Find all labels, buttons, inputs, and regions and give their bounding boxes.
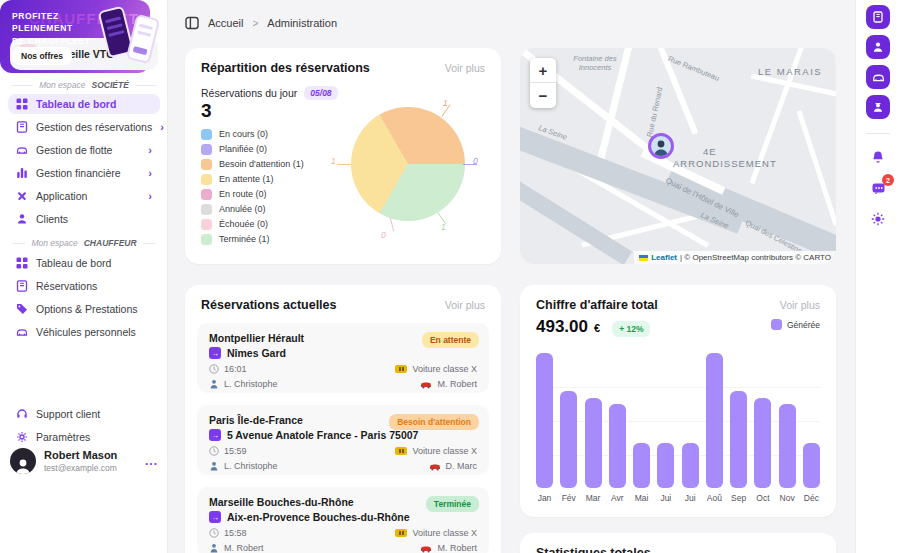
legend-item: En route (0) xyxy=(201,188,267,200)
reservation-destination: Aix-en-Provence Bouches-du-Rhône xyxy=(227,511,410,523)
bar[interactable] xyxy=(536,353,553,488)
reservation-item[interactable]: Montpellier Hérault En attente → Nîmes G… xyxy=(197,323,489,393)
promo-text: PROFITEZ PLEINEMENT DE CHAUFFLEET xyxy=(12,10,91,47)
sidebar-toggle-icon[interactable] xyxy=(185,16,199,30)
bar[interactable] xyxy=(682,353,699,488)
zoom-out-button[interactable]: − xyxy=(530,83,556,108)
quick-add-reservation-button[interactable] xyxy=(866,5,890,29)
pie-callout: 1 xyxy=(331,156,336,166)
bar[interactable] xyxy=(609,353,626,488)
see-more-link[interactable]: Voir plus xyxy=(445,299,485,311)
bar-month-label: Sep xyxy=(730,493,747,503)
user-icon xyxy=(872,41,884,53)
quick-add-client-button[interactable] xyxy=(866,35,890,59)
legend-item: En attente (1) xyxy=(201,173,274,185)
bar[interactable] xyxy=(633,353,650,488)
promo-offers-button[interactable]: Nos offres xyxy=(12,47,72,65)
sidebar-item-gestion-flotte[interactable]: Gestion de flotte › xyxy=(8,140,160,160)
notifications-bell-icon[interactable] xyxy=(866,145,890,169)
user-icon xyxy=(16,213,28,225)
tag-icon xyxy=(16,303,28,315)
chevron-right-icon: › xyxy=(160,121,164,133)
book-icon xyxy=(16,280,28,292)
reservation-time: 15:59 xyxy=(209,446,247,456)
reservation-vehicle: Voiture classe X xyxy=(395,446,477,456)
bar[interactable] xyxy=(730,353,747,488)
reservation-time: 16:01 xyxy=(209,364,247,374)
sidebar-item-chauffeur-tableau[interactable]: Tableau de bord xyxy=(8,253,160,273)
bar-legend: Générée xyxy=(771,319,820,330)
avatar xyxy=(10,448,36,474)
sidebar-item-application[interactable]: Application › xyxy=(8,186,160,206)
see-more-link[interactable]: Voir plus xyxy=(445,62,485,74)
chevron-right-icon: › xyxy=(148,190,152,202)
sidebar-item-chauffeur-reservations[interactable]: Réservations xyxy=(8,276,160,296)
bar[interactable] xyxy=(657,353,674,488)
user-profile[interactable]: Robert Mason test@example.com ... xyxy=(10,448,158,474)
red-car-icon xyxy=(420,380,432,389)
sidebar-item-gestion-financiere[interactable]: Gestion financière › xyxy=(8,163,160,183)
breadcrumb: Accueil > Administration xyxy=(185,16,337,30)
reservation-item[interactable]: Marseille Bouches-du-Rhône Terminée → Ai… xyxy=(197,487,489,553)
bar[interactable] xyxy=(706,353,723,488)
sidebar-item-gestion-reservations[interactable]: Gestion des réservations › xyxy=(8,117,160,137)
legend-item: Terminée (1) xyxy=(201,233,270,245)
sidebar-item-support-client[interactable]: Support client xyxy=(8,404,160,424)
section-label-chauffeur: Mon espace CHAUFFEUR xyxy=(0,238,168,248)
sidebar-item-tableau-de-bord[interactable]: Tableau de bord xyxy=(8,94,160,114)
breadcrumb-current: Administration xyxy=(267,17,337,29)
person-icon xyxy=(209,543,219,553)
bar[interactable] xyxy=(754,353,771,488)
legend-swatch xyxy=(201,234,212,245)
user-name: Robert Mason xyxy=(44,449,117,462)
sidebar-item-vehicules-personnels[interactable]: Véhicules personnels xyxy=(8,322,160,342)
reservation-count: 3 xyxy=(201,100,212,122)
legend-item: En cours (0) xyxy=(201,128,268,140)
leaflet-link[interactable]: Leaflet xyxy=(651,253,677,262)
breadcrumb-home[interactable]: Accueil xyxy=(208,17,243,29)
section-label-societe: Mon espace SOCIÉTÉ xyxy=(0,80,168,90)
bar-month-label: Fév xyxy=(560,493,577,503)
sidebar-item-clients[interactable]: Clients xyxy=(8,209,160,229)
bar[interactable] xyxy=(803,353,820,488)
bar-month-label: Mar xyxy=(585,493,602,503)
gear-icon xyxy=(16,431,28,443)
book-icon xyxy=(16,121,28,133)
user-menu-dots-icon[interactable]: ... xyxy=(145,454,158,468)
map-card[interactable]: Fontaine des Innocents Rue Rambuteau LE … xyxy=(520,48,836,264)
grid-icon xyxy=(16,98,28,110)
legend-swatch xyxy=(201,159,212,170)
bar[interactable] xyxy=(560,353,577,488)
pie-chart[interactable] xyxy=(351,107,465,221)
chauffeur-icon xyxy=(872,101,884,113)
date-badge: 05/08 xyxy=(304,86,337,100)
car-icon xyxy=(872,71,885,84)
legend-swatch xyxy=(201,189,212,200)
legend-swatch xyxy=(201,204,212,215)
legend-item: Échouée (0) xyxy=(201,218,268,230)
reservation-time: 15:58 xyxy=(209,528,247,538)
zoom-in-button[interactable]: + xyxy=(530,58,556,83)
reservation-item[interactable]: Paris Île-de-France Besoin d'attention →… xyxy=(197,405,489,475)
driver-marker[interactable] xyxy=(648,133,674,159)
quick-add-driver-button[interactable] xyxy=(866,95,890,119)
car-icon xyxy=(16,326,28,338)
right-toolbar: 2 xyxy=(855,0,900,553)
theme-sun-icon[interactable] xyxy=(866,207,890,231)
bar-chart: JanFévMarAvrMaiJuiJuiAoûSepOctNovDéc xyxy=(536,353,820,503)
quick-add-vehicle-button[interactable] xyxy=(866,65,890,89)
map-zoom-control: + − xyxy=(530,58,556,108)
bar[interactable] xyxy=(585,353,602,488)
map-attribution: Leaflet | © OpenStreetMap contributors ©… xyxy=(634,251,836,264)
license-plate-icon xyxy=(395,365,407,373)
bar-month-label: Jan xyxy=(536,493,553,503)
bar-month-label: Aoû xyxy=(706,493,723,503)
bar[interactable] xyxy=(779,353,796,488)
card-title: Statistiques totales xyxy=(536,546,651,553)
sidebar-item-options-prestations[interactable]: Options & Prestations xyxy=(8,299,160,319)
see-more-link[interactable]: Voir plus xyxy=(780,299,820,311)
booklet-icon xyxy=(872,11,884,23)
bar-month-label: Oct xyxy=(754,493,771,503)
sidebar-item-parametres[interactable]: Paramètres xyxy=(8,427,160,447)
bar-month-label: Nov xyxy=(779,493,796,503)
